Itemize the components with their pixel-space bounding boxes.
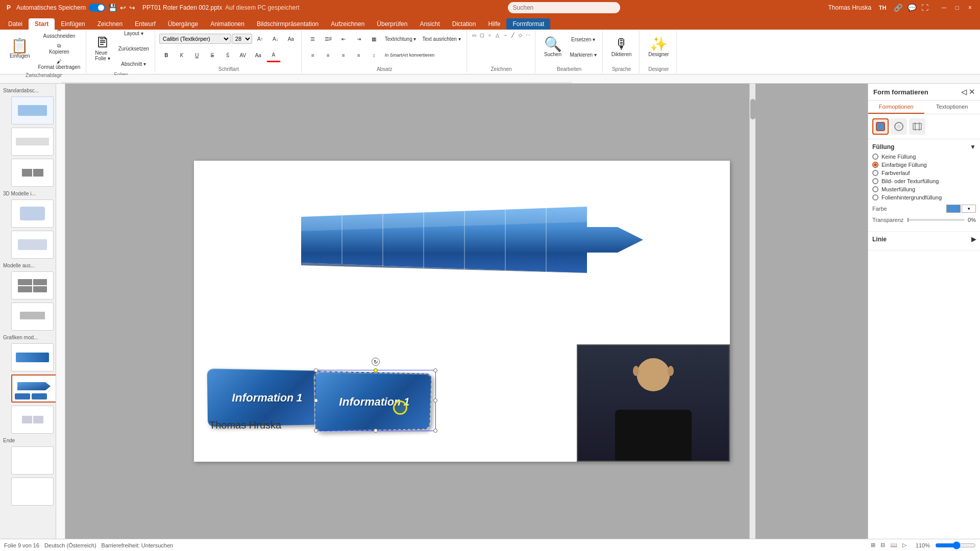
fill-section-header[interactable]: Füllung ▼ <box>872 143 976 151</box>
slide-thumb-8[interactable] <box>11 343 54 371</box>
tab-aufzeichnen[interactable]: Aufzeichnen <box>325 18 371 30</box>
slide-thumb-3[interactable] <box>11 159 54 187</box>
btn-zuruecksetzen[interactable]: Zurücksetzen <box>116 41 152 56</box>
btn-neue-folie[interactable]: 🖹 NeueFolie ▾ <box>90 33 114 64</box>
color-swatch[interactable] <box>946 205 961 213</box>
maximize-button[interactable]: □ <box>951 3 963 12</box>
canvas-area[interactable]: Information 1 Information 1 ↻ Th <box>56 84 868 539</box>
btn-increase-indent[interactable]: ⇥ <box>352 32 366 46</box>
font-family-select[interactable]: Calibri (Textkörper) <box>159 34 231 44</box>
btn-align-text[interactable]: Text ausrichten ▾ <box>420 32 463 46</box>
btn-diktieren[interactable]: 🎙 Diktieren <box>607 32 636 62</box>
shape-oval[interactable]: ○ <box>486 32 494 39</box>
fullscreen-icon[interactable]: ⛶ <box>921 4 928 12</box>
btn-text-direction[interactable]: Textrichtung ▾ <box>382 32 419 46</box>
btn-ausschneiden[interactable]: ✂ Ausschneiden <box>35 26 83 40</box>
button-shape-2[interactable]: Information 1 <box>314 371 432 432</box>
btn-bullets[interactable]: ☰ <box>306 32 320 46</box>
btn-smartart[interactable]: In SmartArt konvertieren <box>382 48 437 62</box>
tab-formformat[interactable]: Formformat <box>506 18 550 30</box>
slide-thumb-9[interactable] <box>11 374 56 403</box>
tab-textoptionen[interactable]: Textoptionen <box>924 101 981 114</box>
btn-designer[interactable]: ✨ Designer <box>644 32 673 62</box>
autosave-toggle[interactable] <box>89 4 105 12</box>
option-einfarbige-fuellung[interactable]: Einfarbige Füllung <box>872 162 976 168</box>
option-farbverlauf[interactable]: Farbverlauf <box>872 170 976 176</box>
format-icon-effects[interactable] <box>891 118 907 135</box>
format-icon-size[interactable] <box>909 118 925 135</box>
handle-br[interactable] <box>433 429 437 433</box>
rotate-handle[interactable]: ↻ <box>372 358 380 366</box>
btn-font-increase[interactable]: A↑ <box>253 32 267 46</box>
format-panel-close-button[interactable]: ✕ <box>969 88 975 96</box>
btn-line-spacing[interactable]: ↕ <box>367 48 381 62</box>
option-folienhintergrund[interactable]: Folienhintergrundfüllung <box>872 194 976 201</box>
btn-decrease-indent[interactable]: ⇤ <box>336 32 351 46</box>
btn-underline[interactable]: U <box>190 48 204 62</box>
shape-more[interactable]: ⋯ <box>525 32 532 39</box>
btn-font-color[interactable]: A <box>266 48 281 62</box>
handle-tr[interactable] <box>433 368 437 372</box>
slide-thumb-6[interactable] <box>11 271 54 299</box>
save-icon[interactable]: 💾 <box>108 4 117 12</box>
btn-shadow[interactable]: S̈ <box>220 48 235 62</box>
color-dropdown-btn[interactable]: ▾ <box>962 205 976 213</box>
scrollbar-thumb[interactable] <box>750 99 755 119</box>
tab-animationen[interactable]: Animationen <box>204 18 251 30</box>
btn-columns[interactable]: ▦ <box>367 32 381 46</box>
shape-line[interactable]: ╱ <box>509 32 517 39</box>
view-reading-icon[interactable]: 📖 <box>890 542 897 548</box>
button-shape-1[interactable]: Information 1 <box>207 368 325 427</box>
btn-align-right[interactable]: ≡ <box>336 48 351 62</box>
btn-suchen[interactable]: 🔍 Suchen <box>540 32 567 62</box>
shape-rounded[interactable]: ▢ <box>479 32 486 39</box>
shape-arrow[interactable]: → <box>502 32 509 39</box>
font-size-select[interactable]: 28 <box>232 34 252 44</box>
btn-bold[interactable]: B <box>159 48 174 62</box>
btn-layout[interactable]: Layout ▾ <box>116 26 152 40</box>
format-panel-back-icon[interactable]: ◁ <box>961 88 967 96</box>
btn-format-uebertragen[interactable]: 🖌 Format übertragen <box>35 57 83 71</box>
view-slide-sorter-icon[interactable]: ⊟ <box>880 542 885 548</box>
btn-change-case[interactable]: Aa <box>251 48 265 62</box>
format-icon-fill[interactable] <box>872 118 889 135</box>
search-input[interactable] <box>508 2 620 13</box>
slide-thumb-10[interactable] <box>11 406 54 434</box>
transparenz-slider[interactable] <box>908 219 965 221</box>
tab-ansicht[interactable]: Ansicht <box>413 18 446 30</box>
handle-mr[interactable] <box>433 398 437 403</box>
btn-align-left[interactable]: ≡ <box>306 48 320 62</box>
btn-abschnitt[interactable]: Abschnitt ▾ <box>116 57 152 71</box>
view-normal-icon[interactable]: ⊞ <box>871 542 875 548</box>
zoom-slider[interactable] <box>935 543 976 548</box>
slide-thumb-11[interactable] <box>11 446 54 474</box>
tab-formoptionen[interactable]: Formoptionen <box>868 101 924 114</box>
slide-thumb-2[interactable] <box>11 128 54 156</box>
btn-ersetzen[interactable]: Ersetzen ▾ <box>568 32 599 46</box>
shape-triangle[interactable]: △ <box>494 32 501 39</box>
btn-num-bullets[interactable]: ☰# <box>321 32 335 46</box>
close-button[interactable]: × <box>964 3 976 12</box>
btn-char-spacing[interactable]: AV <box>236 48 250 62</box>
slide-thumb-1[interactable] <box>11 96 54 124</box>
shape-diamond[interactable]: ◇ <box>517 32 524 39</box>
tab-bildschirm[interactable]: Bildschirmpräsentation <box>251 18 325 30</box>
btn-font-decrease[interactable]: A↓ <box>268 32 283 46</box>
btn-kopieren[interactable]: ⧉ Kopieren <box>35 41 83 56</box>
option-keine-fuellung[interactable]: Keine Füllung <box>872 154 976 160</box>
view-slideshow-icon[interactable]: ▷ <box>902 542 906 548</box>
slide-thumb-5[interactable] <box>11 231 54 259</box>
option-bild-textur[interactable]: Bild- oder Texturfüllung <box>872 178 976 184</box>
share-icon[interactable]: 🔗 <box>894 4 902 12</box>
slide-thumb-7[interactable] <box>11 303 54 331</box>
linie-section-header[interactable]: Linie ▶ <box>872 236 976 243</box>
btn-strikethrough[interactable]: S <box>205 48 219 62</box>
comment-icon[interactable]: 💬 <box>908 4 916 12</box>
shape-rect[interactable]: ▭ <box>471 32 478 39</box>
tab-uebergaenge[interactable]: Übergänge <box>162 18 204 30</box>
tab-hilfe[interactable]: Hilfe <box>482 18 506 30</box>
undo-icon[interactable]: ↩ <box>120 4 126 12</box>
tab-ueberpruefen[interactable]: Überprüfen <box>371 18 413 30</box>
btn-einfuegen[interactable]: 📋 Einfügen <box>5 33 34 64</box>
btn-align-center[interactable]: ≡ <box>321 48 335 62</box>
